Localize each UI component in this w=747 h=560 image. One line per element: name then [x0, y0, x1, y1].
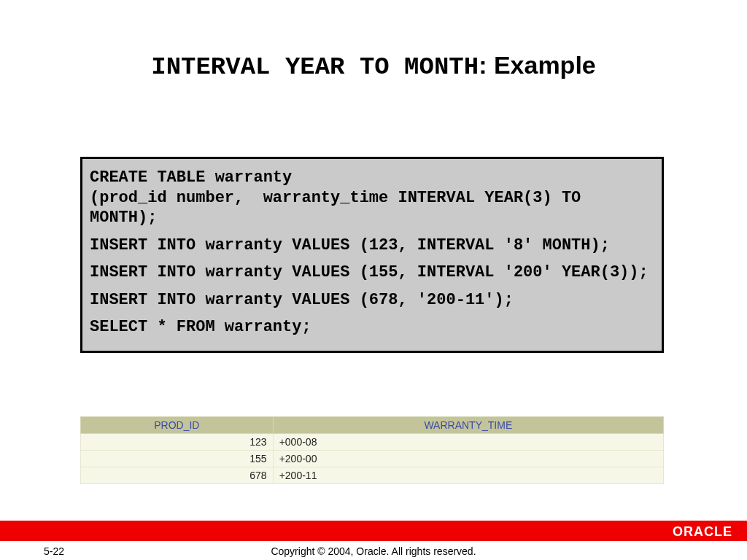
copyright-text: Copyright © 2004, Oracle. All rights res…: [0, 545, 747, 557]
cell-warranty-time: +000-08: [273, 434, 663, 451]
sql-line: INSERT INTO warranty VALUES (678, '200-1…: [90, 290, 654, 311]
cell-prod-id: 123: [81, 434, 274, 451]
col-header-prod-id: PROD_ID: [81, 417, 274, 434]
sql-line: SELECT * FROM warranty;: [90, 317, 654, 338]
table-row: 123 +000-08: [81, 434, 664, 451]
page-number: 5-22: [44, 545, 64, 557]
cell-warranty-time: +200-11: [273, 467, 663, 484]
query-result-table: PROD_ID WARRANTY_TIME 123 +000-08 155 +2…: [80, 416, 664, 484]
cell-prod-id: 678: [81, 467, 274, 484]
table-header-row: PROD_ID WARRANTY_TIME: [81, 417, 664, 434]
oracle-logo: ORACLE: [673, 524, 732, 540]
sql-line: CREATE TABLE warranty (prod_id number, w…: [90, 168, 654, 228]
sql-line: INSERT INTO warranty VALUES (123, INTERV…: [90, 236, 654, 256]
table-row: 678 +200-11: [81, 467, 664, 484]
table-row: 155 +200-00: [81, 451, 664, 467]
slide-title: INTERVAL YEAR TO MONTH: Example: [0, 51, 747, 81]
cell-prod-id: 155: [81, 451, 274, 467]
cell-warranty-time: +200-00: [273, 451, 663, 467]
sql-code-box: CREATE TABLE warranty (prod_id number, w…: [80, 157, 664, 353]
title-code-part: INTERVAL YEAR TO MONTH: [151, 53, 479, 81]
slide: INTERVAL YEAR TO MONTH: Example CREATE T…: [0, 0, 747, 560]
footer-red-bar: [0, 521, 747, 541]
sql-line: INSERT INTO warranty VALUES (155, INTERV…: [90, 262, 654, 283]
col-header-warranty-time: WARRANTY_TIME: [273, 417, 663, 434]
title-rest: : Example: [479, 51, 596, 79]
